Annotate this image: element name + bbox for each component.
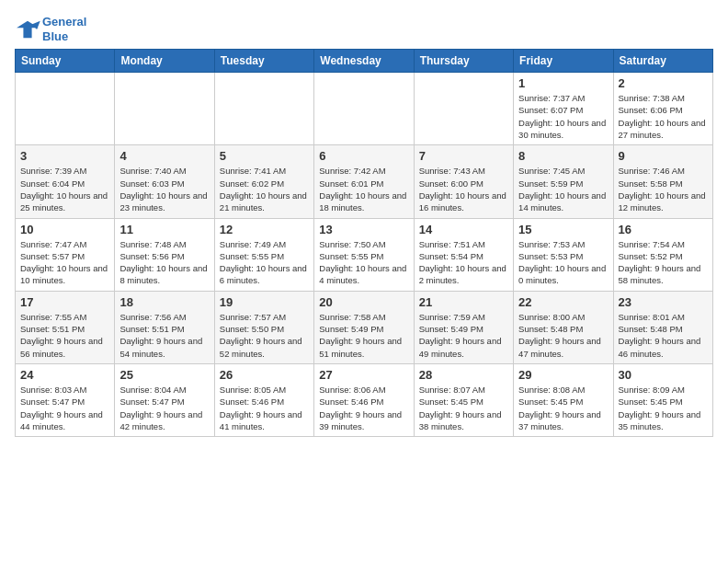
day-number: 13 (319, 223, 408, 236)
day-info: Sunrise: 8:07 AM Sunset: 5:45 PM Dayligh… (419, 384, 508, 432)
day-number: 22 (518, 295, 608, 309)
day-info: Sunrise: 8:00 AM Sunset: 5:48 PM Dayligh… (518, 311, 608, 360)
calendar-cell (314, 73, 414, 145)
calendar-cell: 24Sunrise: 8:03 AM Sunset: 5:47 PM Dayli… (16, 363, 115, 436)
day-number: 27 (319, 368, 408, 382)
day-info: Sunrise: 7:58 AM Sunset: 5:49 PM Dayligh… (319, 311, 408, 360)
day-number: 6 (319, 149, 408, 163)
day-number: 2 (619, 76, 708, 90)
weekday-header-friday: Friday (514, 50, 613, 73)
day-number: 3 (20, 149, 109, 163)
day-number: 9 (619, 149, 708, 163)
day-info: Sunrise: 7:54 AM Sunset: 5:52 PM Dayligh… (619, 238, 708, 287)
day-number: 28 (419, 368, 508, 382)
calendar-cell: 19Sunrise: 7:57 AM Sunset: 5:50 PM Dayli… (214, 291, 313, 363)
calendar-cell: 15Sunrise: 7:53 AM Sunset: 5:53 PM Dayli… (514, 218, 613, 291)
day-number: 29 (518, 368, 608, 382)
day-number: 8 (518, 149, 608, 163)
day-info: Sunrise: 7:53 AM Sunset: 5:53 PM Dayligh… (518, 238, 608, 287)
day-info: Sunrise: 7:38 AM Sunset: 6:06 PM Dayligh… (619, 92, 708, 141)
calendar-cell: 25Sunrise: 8:04 AM Sunset: 5:47 PM Dayli… (115, 363, 214, 436)
calendar-cell: 18Sunrise: 7:56 AM Sunset: 5:51 PM Dayli… (115, 291, 214, 363)
day-number: 1 (518, 76, 608, 90)
day-info: Sunrise: 7:43 AM Sunset: 6:00 PM Dayligh… (419, 165, 508, 213)
calendar-cell: 21Sunrise: 7:59 AM Sunset: 5:49 PM Dayli… (414, 291, 513, 363)
calendar-cell: 23Sunrise: 8:01 AM Sunset: 5:48 PM Dayli… (613, 291, 712, 363)
page-header: General Blue (15, 15, 713, 43)
calendar-table: SundayMondayTuesdayWednesdayThursdayFrid… (15, 49, 713, 437)
day-info: Sunrise: 7:55 AM Sunset: 5:51 PM Dayligh… (20, 311, 109, 360)
day-number: 7 (419, 149, 508, 163)
logo: General Blue (15, 15, 86, 43)
calendar-cell: 13Sunrise: 7:50 AM Sunset: 5:55 PM Dayli… (314, 218, 414, 291)
calendar-cell: 17Sunrise: 7:55 AM Sunset: 5:51 PM Dayli… (16, 291, 115, 363)
calendar-cell: 26Sunrise: 8:05 AM Sunset: 5:46 PM Dayli… (214, 363, 313, 436)
day-info: Sunrise: 7:48 AM Sunset: 5:56 PM Dayligh… (119, 238, 209, 287)
day-number: 15 (518, 223, 608, 236)
day-info: Sunrise: 7:39 AM Sunset: 6:04 PM Dayligh… (20, 165, 109, 213)
day-info: Sunrise: 7:59 AM Sunset: 5:49 PM Dayligh… (419, 311, 508, 360)
day-number: 25 (119, 368, 209, 382)
day-number: 17 (20, 295, 109, 309)
day-number: 10 (20, 223, 109, 236)
weekday-header-thursday: Thursday (414, 50, 513, 73)
calendar-cell: 4Sunrise: 7:40 AM Sunset: 6:03 PM Daylig… (115, 145, 214, 218)
day-number: 26 (220, 368, 309, 382)
day-number: 24 (20, 368, 109, 382)
calendar-cell: 2Sunrise: 7:38 AM Sunset: 6:06 PM Daylig… (613, 73, 712, 145)
day-info: Sunrise: 7:47 AM Sunset: 5:57 PM Dayligh… (20, 238, 109, 287)
calendar-cell: 12Sunrise: 7:49 AM Sunset: 5:55 PM Dayli… (214, 218, 313, 291)
calendar-cell: 30Sunrise: 8:09 AM Sunset: 5:45 PM Dayli… (613, 363, 712, 436)
logo-text: General Blue (42, 15, 86, 43)
day-info: Sunrise: 7:50 AM Sunset: 5:55 PM Dayligh… (319, 238, 408, 287)
day-number: 19 (220, 295, 309, 309)
calendar-cell: 5Sunrise: 7:41 AM Sunset: 6:02 PM Daylig… (214, 145, 313, 218)
weekday-header-row: SundayMondayTuesdayWednesdayThursdayFrid… (16, 50, 713, 73)
day-number: 18 (119, 295, 209, 309)
day-info: Sunrise: 7:41 AM Sunset: 6:02 PM Dayligh… (220, 165, 309, 213)
calendar-week-row: 1Sunrise: 7:37 AM Sunset: 6:07 PM Daylig… (16, 73, 713, 145)
day-info: Sunrise: 7:56 AM Sunset: 5:51 PM Dayligh… (119, 311, 209, 360)
calendar-week-row: 3Sunrise: 7:39 AM Sunset: 6:04 PM Daylig… (16, 145, 713, 218)
day-info: Sunrise: 8:03 AM Sunset: 5:47 PM Dayligh… (20, 384, 109, 432)
day-info: Sunrise: 8:04 AM Sunset: 5:47 PM Dayligh… (119, 384, 209, 432)
calendar-cell: 11Sunrise: 7:48 AM Sunset: 5:56 PM Dayli… (115, 218, 214, 291)
calendar-cell (115, 73, 214, 145)
weekday-header-sunday: Sunday (16, 50, 115, 73)
calendar-cell: 7Sunrise: 7:43 AM Sunset: 6:00 PM Daylig… (414, 145, 513, 218)
calendar-cell (16, 73, 115, 145)
day-number: 16 (619, 223, 708, 236)
day-number: 4 (119, 149, 209, 163)
calendar-cell: 14Sunrise: 7:51 AM Sunset: 5:54 PM Dayli… (414, 218, 513, 291)
day-number: 14 (419, 223, 508, 236)
weekday-header-monday: Monday (115, 50, 214, 73)
calendar-cell: 6Sunrise: 7:42 AM Sunset: 6:01 PM Daylig… (314, 145, 414, 218)
calendar-cell (414, 73, 513, 145)
calendar-cell: 20Sunrise: 7:58 AM Sunset: 5:49 PM Dayli… (314, 291, 414, 363)
day-number: 30 (619, 368, 708, 382)
calendar-cell (214, 73, 313, 145)
calendar-week-row: 24Sunrise: 8:03 AM Sunset: 5:47 PM Dayli… (16, 363, 713, 436)
calendar-cell: 1Sunrise: 7:37 AM Sunset: 6:07 PM Daylig… (514, 73, 613, 145)
calendar-cell: 27Sunrise: 8:06 AM Sunset: 5:46 PM Dayli… (314, 363, 414, 436)
day-info: Sunrise: 8:06 AM Sunset: 5:46 PM Dayligh… (319, 384, 408, 432)
day-number: 12 (220, 223, 309, 236)
calendar-cell: 29Sunrise: 8:08 AM Sunset: 5:45 PM Dayli… (514, 363, 613, 436)
day-info: Sunrise: 7:42 AM Sunset: 6:01 PM Dayligh… (319, 165, 408, 213)
weekday-header-saturday: Saturday (613, 50, 712, 73)
calendar-week-row: 17Sunrise: 7:55 AM Sunset: 5:51 PM Dayli… (16, 291, 713, 363)
day-info: Sunrise: 8:01 AM Sunset: 5:48 PM Dayligh… (619, 311, 708, 360)
day-info: Sunrise: 7:46 AM Sunset: 5:58 PM Dayligh… (619, 165, 708, 213)
day-number: 20 (319, 295, 408, 309)
calendar-cell: 3Sunrise: 7:39 AM Sunset: 6:04 PM Daylig… (16, 145, 115, 218)
day-number: 21 (419, 295, 508, 309)
logo-icon (15, 19, 40, 40)
calendar-cell: 9Sunrise: 7:46 AM Sunset: 5:58 PM Daylig… (613, 145, 712, 218)
day-info: Sunrise: 7:51 AM Sunset: 5:54 PM Dayligh… (419, 238, 508, 287)
day-info: Sunrise: 8:05 AM Sunset: 5:46 PM Dayligh… (220, 384, 309, 432)
day-number: 5 (220, 149, 309, 163)
calendar-cell: 22Sunrise: 8:00 AM Sunset: 5:48 PM Dayli… (514, 291, 613, 363)
day-info: Sunrise: 7:45 AM Sunset: 5:59 PM Dayligh… (518, 165, 608, 213)
day-info: Sunrise: 8:08 AM Sunset: 5:45 PM Dayligh… (518, 384, 608, 432)
weekday-header-wednesday: Wednesday (314, 50, 414, 73)
